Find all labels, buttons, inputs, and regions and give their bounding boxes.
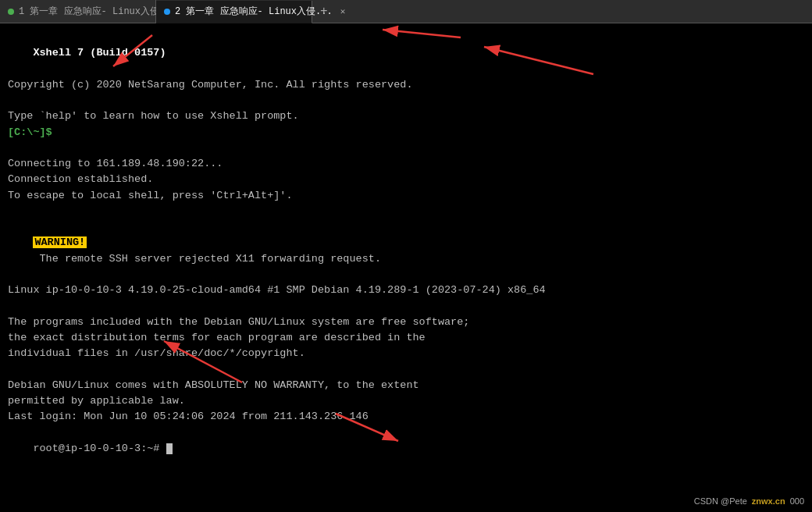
line-empty-3: [8, 204, 804, 219]
watermark: CSDN @Pete znwx.cn 000: [694, 496, 804, 506]
root-prompt-text: root@ip-10-0-10-3:~#: [33, 443, 166, 454]
line-local-prompt: [C:\~]$: [8, 125, 804, 140]
line-warranty-2: permitted by applicable law.: [8, 393, 804, 409]
line-xshell-header: Xshell 7 (Build 0157): [8, 30, 804, 77]
tab2-dot: [164, 9, 170, 15]
line-programs-3: individual files in /usr/share/doc/*/cop…: [8, 346, 804, 361]
line-last-login: Last login: Mon Jun 10 05:24:06 2024 fro…: [8, 409, 804, 425]
add-tab-icon: +: [320, 5, 328, 19]
add-tab-button[interactable]: +: [312, 0, 336, 23]
local-prompt-text: [C:\~]$: [8, 126, 52, 138]
line-warning: WARNING! The remote SSH server rejected …: [8, 219, 804, 283]
line-connecting: Connecting to 161.189.48.190:22...: [8, 156, 804, 172]
line-empty-4: [8, 298, 804, 314]
tab1-dot: [8, 9, 14, 15]
watermark-csdn: CSDN @Pete: [694, 496, 747, 506]
line-empty-5: [8, 361, 804, 377]
line-copyright: Copyright (c) 2020 NetSarang Computer, I…: [8, 77, 804, 93]
xshell-version: Xshell 7 (Build 0157): [33, 47, 166, 59]
line-root-prompt: root@ip-10-0-10-3:~#: [8, 425, 804, 472]
terminal-cursor: [166, 443, 173, 454]
line-established: Connection established.: [8, 172, 804, 187]
line-programs-1: The programs included with the Debian GN…: [8, 315, 804, 330]
line-empty-1: [8, 93, 804, 108]
line-warranty-1: Debian GNU/Linux comes with ABSOLUTELY N…: [8, 378, 804, 393]
tab2-close[interactable]: ✕: [340, 6, 346, 16]
watermark-znwx: znwx.cn: [752, 496, 785, 506]
line-escape: To escape to local shell, press 'Ctrl+Al…: [8, 188, 804, 204]
warning-text: The remote SSH server rejected X11 forwa…: [33, 253, 381, 265]
tab-bar: 1 第一章 应急响应- Linux入侵... 2 第一章 应急响应- Linux…: [0, 0, 812, 23]
line-help: Type `help' to learn how to use Xshell p…: [8, 108, 804, 124]
terminal-area[interactable]: Xshell 7 (Build 0157) Copyright (c) 2020…: [0, 23, 812, 512]
line-programs-2: the exact distribution terms for each pr…: [8, 330, 804, 346]
watermark-suffix: 000: [790, 496, 804, 506]
tab-1[interactable]: 1 第一章 应急响应- Linux入侵...: [0, 0, 156, 23]
tab1-label: 1 第一章 应急响应- Linux入侵...: [19, 5, 176, 18]
tab-2[interactable]: 2 第一章 应急响应- Linux入侵... ✕: [156, 1, 312, 23]
tab2-label: 2 第一章 应急响应- Linux入侵...: [175, 5, 333, 18]
line-empty-2: [8, 140, 804, 156]
warning-badge: WARNING!: [33, 236, 87, 248]
line-linux-info: Linux ip-10-0-10-3 4.19.0-25-cloud-amd64…: [8, 283, 804, 298]
